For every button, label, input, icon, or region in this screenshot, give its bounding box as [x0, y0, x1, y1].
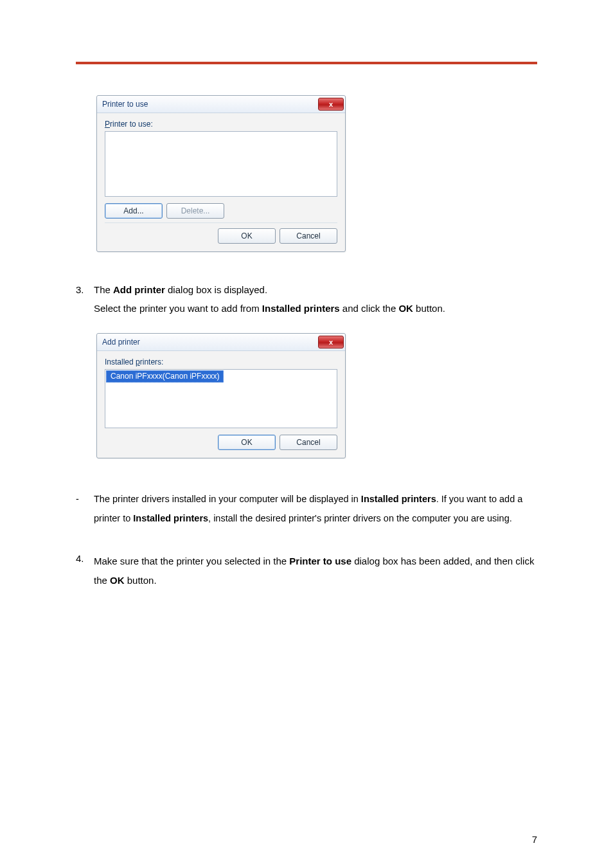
dialog-footer: OK Cancel [105, 435, 337, 450]
mnemonic-letter: P [105, 120, 110, 129]
step-3-continuation: Select the printer you want to add from … [94, 302, 537, 315]
bold-text: Installed printers [133, 513, 208, 523]
bold-text: OK [110, 575, 125, 586]
text-frag: and click the [340, 303, 399, 314]
note-text: The printer drivers installed in your co… [94, 489, 537, 529]
ok-button[interactable]: OK [218, 435, 276, 450]
printer-to-use-label: Printer to use: [105, 120, 337, 129]
installed-printers-label: Installed printers: [105, 357, 337, 366]
dialog-titlebar: Printer to use x [97, 96, 345, 113]
label-rest: rinter to use: [110, 120, 153, 129]
close-icon: x [329, 339, 333, 346]
dialog-body: Printer to use: Add... Delete... OK Canc… [97, 113, 345, 251]
mnemonic-letter: p [136, 357, 140, 366]
text-frag: , install the desired printer's printer … [208, 513, 512, 523]
text-frag: The [94, 284, 113, 295]
close-button[interactable]: x [318, 336, 344, 348]
close-icon: x [329, 101, 333, 108]
step-text: Make sure that the printer you selected … [94, 552, 537, 590]
dialog-title: Add printer [102, 338, 140, 347]
printer-listbox[interactable] [105, 131, 337, 197]
page-number: 7 [532, 834, 537, 845]
bold-text: Add printer [113, 284, 165, 295]
step-4: 4. Make sure that the printer you select… [76, 552, 537, 590]
dialog-title: Printer to use [102, 100, 148, 109]
label-rest: rinters: [140, 357, 164, 366]
step-text: The Add printer dialog box is displayed. [94, 283, 537, 296]
label-prefix: Installed [105, 357, 136, 366]
note-dash: - [76, 489, 94, 529]
dialog-action-row: Add... Delete... [105, 203, 337, 223]
button-label-rest: elete... [186, 206, 209, 215]
step-3: 3. The Add printer dialog box is display… [76, 283, 537, 296]
text-frag: The printer drivers installed in your co… [94, 494, 361, 504]
mnemonic-letter: D [181, 206, 187, 215]
note-block: - The printer drivers installed in your … [76, 489, 537, 529]
header-rule [76, 62, 537, 64]
list-item-selected[interactable]: Canon iPFxxxx(Canon iPFxxxx) [106, 370, 224, 383]
installed-printers-listbox[interactable]: Canon iPFxxxx(Canon iPFxxxx) [105, 369, 337, 428]
dialog-footer: OK Cancel [105, 228, 337, 244]
dialog-titlebar: Add printer x [97, 334, 345, 351]
add-printer-dialog: Add printer x Installed printers: Canon … [96, 333, 346, 458]
cancel-button[interactable]: Cancel [280, 435, 337, 450]
cancel-button[interactable]: Cancel [280, 228, 337, 244]
text-frag: Select the printer you want to add from [94, 303, 262, 314]
button-label-rest: dd... [129, 206, 143, 215]
text-frag: dialog box is displayed. [165, 284, 267, 295]
text-frag: button. [125, 575, 157, 586]
close-button[interactable]: x [318, 98, 344, 111]
step-number: 3. [76, 283, 94, 296]
delete-button[interactable]: Delete... [166, 203, 224, 219]
text-frag: button. [413, 303, 445, 314]
step-number: 4. [76, 552, 94, 590]
bold-text: Installed printers [361, 494, 436, 504]
ok-button[interactable]: OK [218, 228, 276, 244]
bold-text: Installed printers [262, 303, 340, 314]
add-button[interactable]: Add... [105, 203, 163, 219]
bold-text: Printer to use [289, 556, 351, 566]
printer-to-use-dialog: Printer to use x Printer to use: Add... … [96, 95, 346, 252]
bold-text: OK [398, 303, 413, 314]
text-frag: Make sure that the printer you selected … [94, 556, 289, 566]
dialog-body: Installed printers: Canon iPFxxxx(Canon … [97, 351, 345, 458]
